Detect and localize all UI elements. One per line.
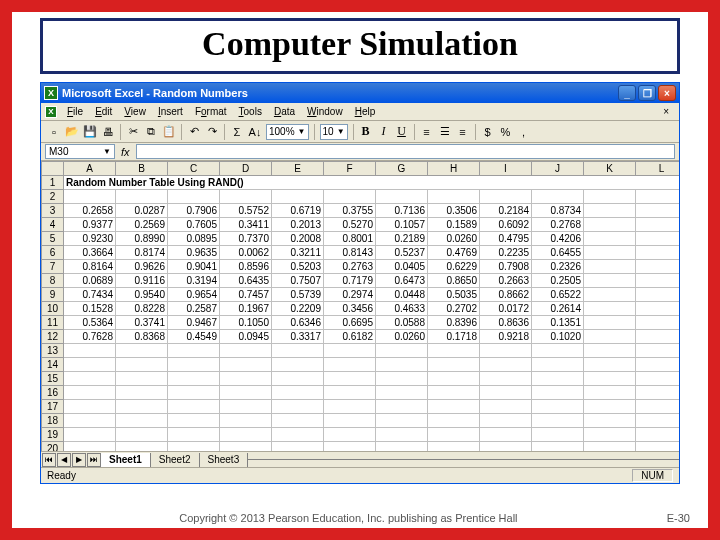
table-title-cell[interactable]: Random Number Table Using RAND(): [64, 176, 680, 190]
cell[interactable]: [428, 386, 480, 400]
cell[interactable]: 0.2763: [324, 260, 376, 274]
cell[interactable]: [324, 386, 376, 400]
column-header[interactable]: B: [116, 162, 168, 176]
cell[interactable]: [584, 330, 636, 344]
cell[interactable]: [116, 358, 168, 372]
cell[interactable]: [480, 386, 532, 400]
cell[interactable]: [636, 400, 680, 414]
cell[interactable]: 0.4549: [168, 330, 220, 344]
cell[interactable]: 0.8396: [428, 316, 480, 330]
cell[interactable]: [64, 400, 116, 414]
tab-nav-last-icon[interactable]: ⏭: [87, 453, 101, 467]
cell[interactable]: [220, 442, 272, 452]
cell[interactable]: 0.8662: [480, 288, 532, 302]
cell[interactable]: 0.8228: [116, 302, 168, 316]
cell[interactable]: 0.9635: [168, 246, 220, 260]
cell[interactable]: 0.3755: [324, 204, 376, 218]
align-center-icon[interactable]: ☰: [437, 124, 453, 140]
row-header[interactable]: 16: [42, 386, 64, 400]
underline-icon[interactable]: U: [394, 124, 410, 140]
column-header[interactable]: L: [636, 162, 680, 176]
zoom-combo[interactable]: 100%▼: [266, 124, 309, 140]
column-header[interactable]: F: [324, 162, 376, 176]
cell[interactable]: [428, 358, 480, 372]
cell[interactable]: 0.8636: [480, 316, 532, 330]
cell[interactable]: [168, 190, 220, 204]
row-header[interactable]: 14: [42, 358, 64, 372]
autosum-icon[interactable]: Σ: [229, 124, 245, 140]
row-header[interactable]: 12: [42, 330, 64, 344]
align-right-icon[interactable]: ≡: [455, 124, 471, 140]
cell[interactable]: 0.3317: [272, 330, 324, 344]
cell[interactable]: [584, 442, 636, 452]
cell[interactable]: 0.8164: [64, 260, 116, 274]
cell[interactable]: 0.7434: [64, 288, 116, 302]
cell[interactable]: [272, 372, 324, 386]
cell[interactable]: [532, 400, 584, 414]
cell[interactable]: [636, 428, 680, 442]
cell[interactable]: [428, 414, 480, 428]
cell[interactable]: [532, 386, 584, 400]
cell[interactable]: 0.0287: [116, 204, 168, 218]
cell[interactable]: [324, 428, 376, 442]
cell[interactable]: [272, 428, 324, 442]
cell[interactable]: 0.8734: [532, 204, 584, 218]
cell[interactable]: [636, 190, 680, 204]
cell[interactable]: [636, 316, 680, 330]
cell[interactable]: [116, 386, 168, 400]
cell[interactable]: 0.0588: [376, 316, 428, 330]
cell[interactable]: 0.9540: [116, 288, 168, 302]
cell[interactable]: [220, 190, 272, 204]
column-header[interactable]: C: [168, 162, 220, 176]
cell[interactable]: [168, 442, 220, 452]
cell[interactable]: 0.7179: [324, 274, 376, 288]
cell[interactable]: 0.1351: [532, 316, 584, 330]
cell[interactable]: 0.5270: [324, 218, 376, 232]
cell[interactable]: [636, 442, 680, 452]
cell[interactable]: [636, 274, 680, 288]
close-button[interactable]: ×: [658, 85, 676, 101]
cell[interactable]: [376, 428, 428, 442]
doc-icon[interactable]: X: [45, 106, 57, 118]
row-header[interactable]: 20: [42, 442, 64, 452]
cell[interactable]: 0.0405: [376, 260, 428, 274]
cell[interactable]: [64, 442, 116, 452]
row-header[interactable]: 6: [42, 246, 64, 260]
cell[interactable]: [376, 190, 428, 204]
cell[interactable]: 0.9218: [480, 330, 532, 344]
row-header[interactable]: 1: [42, 176, 64, 190]
cell[interactable]: 0.6346: [272, 316, 324, 330]
cell[interactable]: [636, 372, 680, 386]
cell[interactable]: [116, 190, 168, 204]
cell[interactable]: [480, 344, 532, 358]
cell[interactable]: 0.0260: [376, 330, 428, 344]
cell[interactable]: [532, 414, 584, 428]
cell[interactable]: [168, 386, 220, 400]
cell[interactable]: [376, 442, 428, 452]
row-header[interactable]: 8: [42, 274, 64, 288]
cell[interactable]: 0.3741: [116, 316, 168, 330]
cell[interactable]: [584, 386, 636, 400]
cell[interactable]: [168, 372, 220, 386]
open-icon[interactable]: 📂: [64, 124, 80, 140]
row-header[interactable]: 9: [42, 288, 64, 302]
cell[interactable]: 0.6229: [428, 260, 480, 274]
column-header[interactable]: E: [272, 162, 324, 176]
cell[interactable]: [64, 414, 116, 428]
cell[interactable]: [116, 400, 168, 414]
cell[interactable]: [64, 428, 116, 442]
menu-insert[interactable]: Insert: [152, 106, 189, 117]
cell[interactable]: 0.6695: [324, 316, 376, 330]
cell[interactable]: [584, 302, 636, 316]
spreadsheet-grid[interactable]: ABCDEFGHIJKL1Random Number Table Using R…: [41, 161, 679, 451]
cell[interactable]: 0.8174: [116, 246, 168, 260]
cell[interactable]: [272, 400, 324, 414]
cell[interactable]: [584, 400, 636, 414]
cell[interactable]: 0.5739: [272, 288, 324, 302]
cell[interactable]: 0.7906: [168, 204, 220, 218]
row-header[interactable]: 13: [42, 344, 64, 358]
cell[interactable]: 0.2505: [532, 274, 584, 288]
cell[interactable]: [376, 386, 428, 400]
cell[interactable]: 0.9467: [168, 316, 220, 330]
row-header[interactable]: 3: [42, 204, 64, 218]
